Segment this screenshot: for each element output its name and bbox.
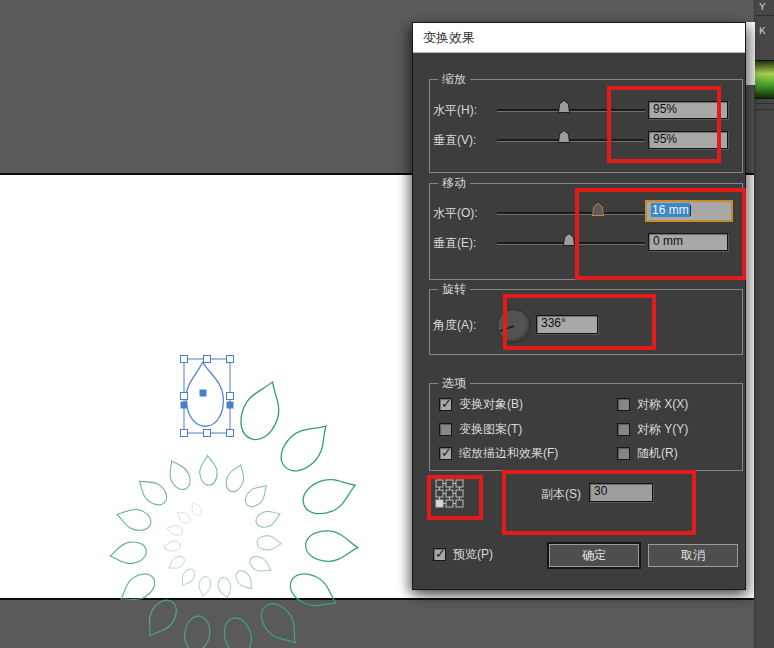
scale-vertical-value-field[interactable]: 95% [648,131,728,149]
teardrop-copy [298,470,361,520]
anchor-point[interactable] [181,402,188,409]
panel-divider [755,15,774,16]
rotate-angle-label: 角度(A): [433,318,476,332]
teardrop-copy [140,595,182,642]
teardrop-copy [115,569,159,609]
dialog-title[interactable]: 变换效果 [413,23,745,53]
transform-effect-dialog: 变换效果 缩放 水平(H): 95% 垂直(V): 95% 移动 水平(O): … [412,22,746,590]
color-ramp-slider[interactable] [755,60,774,99]
move-group-legend: 移动 [438,176,470,190]
cmyk-y-label: Y [759,1,766,13]
right-panel-strip: Y K [754,0,774,648]
teardrop-copy [163,540,181,552]
teardrop-copy [115,505,154,533]
scale-horizontal-value-field[interactable]: 95% [648,101,728,119]
selection-handle[interactable] [227,430,234,437]
checkbox-reflect-x[interactable]: 对称 X(X) [617,397,688,412]
teardrop-copy [233,568,257,593]
checkbox-box[interactable] [433,548,446,561]
selection-handle[interactable] [181,393,188,400]
teardrop-copy [166,554,187,572]
anchor-point[interactable] [227,402,234,409]
selection-handle[interactable] [181,430,188,437]
teardrop-copy [273,414,338,479]
teardrop-copy [242,480,272,510]
teardrop-copy [199,455,218,486]
checkbox-random[interactable]: 随机(R) [617,446,678,461]
checkbox-box[interactable] [439,423,452,436]
checkbox-box[interactable] [617,447,630,460]
checkbox-box[interactable] [617,423,630,436]
teardrop-copy [254,507,283,530]
checkbox-box[interactable] [439,398,452,411]
options-group-legend: 选项 [438,376,470,390]
scale-horizontal-slider[interactable] [497,109,645,112]
reference-point-grid-icon [435,479,465,509]
checkbox-label: 缩放描边和效果(F) [459,446,558,461]
move-vertical-value-field[interactable]: 0 mm [648,233,728,251]
checkbox-scale-strokes-effects[interactable]: 缩放描边和效果(F) [439,446,558,461]
teardrop-copy [257,535,282,550]
checkbox-label: 变换对象(B) [459,397,523,412]
teardrop-copy [216,576,233,599]
checkbox-label: 随机(R) [637,446,678,461]
copies-label: 副本(S) [541,487,581,501]
selection-handle[interactable] [227,393,234,400]
teardrop-copy [223,462,248,494]
teardrop-copy [178,567,197,589]
rotate-group-legend: 旋转 [438,282,470,296]
panel-divider [755,103,774,104]
checkbox-preview[interactable]: 预览(P) [433,547,493,562]
move-horizontal-value-field[interactable]: 16 mm [645,200,733,222]
move-group [429,183,743,280]
cmyk-k-label: K [759,25,766,37]
checkbox-label: 对称 X(X) [637,397,688,412]
teardrop-copy [166,523,184,536]
rotate-angle-value-field[interactable]: 336° [536,315,598,334]
scale-group-legend: 缩放 [438,72,470,86]
checkbox-reflect-y[interactable]: 对称 Y(Y) [617,422,688,437]
selection-handle[interactable] [204,430,211,437]
text-caret [690,205,691,216]
copies-value-field[interactable]: 30 [589,483,653,502]
teardrop-copy [175,509,192,526]
canvas-artwork[interactable] [0,0,412,648]
checkbox-label: 变换图案(T) [459,422,522,437]
anchor-point[interactable] [200,390,207,397]
angle-dial[interactable] [497,309,531,343]
teardrop-copy [181,614,212,648]
scale-group [429,79,743,173]
selection-handle[interactable] [227,356,234,363]
cancel-button[interactable]: 取消 [648,544,738,567]
teardrop-copy [305,530,359,563]
teardrop-copy [163,457,193,493]
panel-white-notch [746,22,755,85]
move-horizontal-label: 水平(O): [433,206,478,220]
checkbox-label: 对称 Y(Y) [637,422,688,437]
move-horizontal-slider[interactable] [497,212,645,215]
teardrop-copy [234,375,289,445]
reference-point-widget[interactable] [435,479,465,513]
scale-vertical-label: 垂直(V): [433,133,476,147]
checkbox-label: 预览(P) [453,547,493,562]
illustrator-workspace: Y K 变换效果 缩放 水平(H): 95% 垂直(V): 95% 移动 水平(… [0,0,774,648]
scale-vertical-slider[interactable] [497,139,645,142]
checkbox-box[interactable] [439,447,452,460]
selection-handle[interactable] [204,356,211,363]
selected-text: 16 mm [651,203,690,217]
teardrop-copy [247,554,274,576]
scale-horizontal-label: 水平(H): [433,103,477,117]
selection-handle[interactable] [181,356,188,363]
angle-dial-needle [500,325,515,332]
teardrop-copy [255,598,306,648]
ok-button[interactable]: 确定 [549,544,639,567]
panel-divider [755,109,774,110]
checkbox-box[interactable] [617,398,630,411]
teardrop-copy [189,500,203,517]
checkbox-transform-patterns[interactable]: 变换图案(T) [439,422,522,437]
teardrop-copy [285,568,342,616]
teardrop-copy [109,540,148,567]
teardrop-copy [197,576,211,597]
move-vertical-label: 垂直(E): [433,236,476,250]
checkbox-transform-objects[interactable]: 变换对象(B) [439,397,523,412]
